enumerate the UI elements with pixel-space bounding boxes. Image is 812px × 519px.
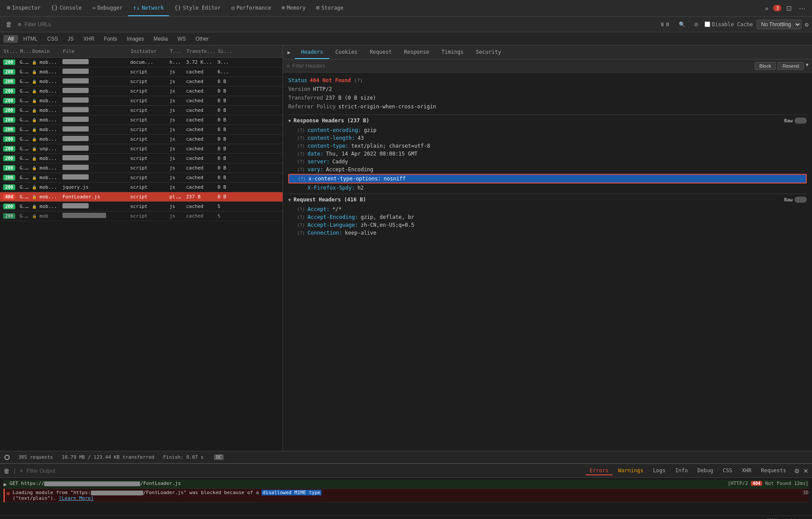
table-row[interactable]: 200 G... 🔒 mob... script js cached 0 B xyxy=(0,154,283,163)
type-js-button[interactable]: JS xyxy=(63,35,78,43)
type-media-button[interactable]: Media xyxy=(149,35,172,43)
type-all-button[interactable]: All xyxy=(3,35,18,43)
table-row[interactable]: 200 G... 🔒 mob... script js cached 0 B xyxy=(0,106,283,115)
tab-headers[interactable]: Headers xyxy=(295,45,329,59)
disable-cache-checkbox[interactable] xyxy=(705,21,710,27)
play-button[interactable]: ▶ xyxy=(283,45,295,59)
gear-icon[interactable]: ⚙ xyxy=(805,21,809,28)
disable-cache-label[interactable]: Disable Cache xyxy=(705,21,753,28)
search-button[interactable]: 🔍 xyxy=(676,21,688,28)
help-icon[interactable]: (?) xyxy=(298,176,306,181)
block-button[interactable]: Block xyxy=(755,62,776,70)
status-help-icon[interactable]: (?) xyxy=(354,78,363,83)
resend-dropdown-icon[interactable]: ▼ xyxy=(805,62,809,70)
table-row[interactable]: 200 G... 🔒 mob... script js cached 0 B xyxy=(0,173,283,183)
console-tab-css[interactable]: CSS xyxy=(719,467,737,475)
col-header-domain[interactable]: Domain xyxy=(31,48,61,54)
table-row[interactable]: 200 G... 🔒 unp... script js cached 0 B xyxy=(0,144,283,154)
help-icon[interactable]: (?) xyxy=(297,231,305,235)
url-filter-input[interactable] xyxy=(24,21,653,28)
help-icon[interactable]: (?) xyxy=(297,136,305,141)
type-css-button[interactable]: CSS xyxy=(43,35,62,43)
help-icon[interactable]: (?) xyxy=(297,167,305,172)
console-tab-warnings[interactable]: Warnings xyxy=(614,467,648,475)
table-row[interactable]: 200 G... 🔒 mob... docum... h... 3.72 K..… xyxy=(0,58,283,67)
type-xhr-button[interactable]: XHR xyxy=(79,35,99,43)
throttle-select[interactable]: No Throttling xyxy=(757,20,802,29)
learn-more-link[interactable]: [Learn More] xyxy=(59,495,93,501)
more-tabs-button[interactable]: » xyxy=(763,3,771,13)
raw-toggle-request[interactable]: Raw xyxy=(784,197,807,203)
tab-inspector[interactable]: ⊞ Inspector xyxy=(2,0,46,16)
responsive-button[interactable]: ⊡ xyxy=(784,3,794,13)
response-headers-section-title[interactable]: ▼ Response Headers (237 B) Raw xyxy=(288,114,807,126)
raw-toggle[interactable]: Raw xyxy=(784,118,807,124)
tab-network[interactable]: ↑↓ Network xyxy=(128,0,169,16)
console-tab-debug[interactable]: Debug xyxy=(693,467,718,475)
table-row[interactable]: 200 G... 🔒 mob... jquery.js script js ca… xyxy=(0,183,283,192)
help-icon[interactable]: (?) xyxy=(297,152,305,156)
tab-cookies[interactable]: Cookies xyxy=(329,45,364,59)
type-ws-button[interactable]: WS xyxy=(173,35,190,43)
console-clear-button[interactable]: 🗑 xyxy=(3,467,10,474)
col-header-initiator[interactable]: Initiator xyxy=(129,48,168,54)
menu-button[interactable]: ⋯ xyxy=(797,3,808,13)
help-icon[interactable]: (?) xyxy=(297,159,305,164)
tab-debugger[interactable]: ⇒ Debugger xyxy=(87,0,128,16)
tab-console[interactable]: {} Console xyxy=(46,0,87,16)
table-row[interactable]: 200 G... 🔒 mob... script js cached 0 B xyxy=(0,115,283,125)
console-tab-requests[interactable]: Requests xyxy=(757,467,791,475)
tab-response[interactable]: Response xyxy=(398,45,435,59)
col-header-file[interactable]: File xyxy=(61,48,129,54)
clear-button[interactable]: 🗑 xyxy=(3,20,14,29)
tab-request[interactable]: Request xyxy=(363,45,398,59)
tab-timings[interactable]: Timings xyxy=(435,45,470,59)
filter-headers-input[interactable] xyxy=(292,63,752,69)
pause-button[interactable]: ⏸⏸ xyxy=(657,21,673,28)
tab-performance[interactable]: ◎ Performance xyxy=(226,0,276,16)
tab-storage[interactable]: ⊞ Storage xyxy=(311,0,349,16)
console-tab-xhr[interactable]: XHR xyxy=(738,467,756,475)
tab-style-editor[interactable]: {} Style Editor xyxy=(169,0,226,16)
console-filter-input[interactable] xyxy=(26,468,581,474)
finish-time-item: Finish: 8.07 s xyxy=(163,454,204,460)
table-row[interactable]: 200 G... 🔒 mob... script js cached 0 B xyxy=(0,77,283,86)
type-other-button[interactable]: Other xyxy=(191,35,213,43)
console-row-error-text: Loading module from "https:/FontLoader.j… xyxy=(13,490,800,501)
col-header-type[interactable]: T... xyxy=(168,48,185,54)
console-settings-button[interactable]: ⚙ xyxy=(794,467,800,474)
table-row[interactable]: 200 G... 🔒 mob... script js cached 0 B xyxy=(0,96,283,106)
table-row[interactable]: 200 G... 🔒 mob script js cached 5 xyxy=(0,211,283,221)
help-icon[interactable]: (?) xyxy=(297,144,305,149)
raw-toggle-switch-request[interactable] xyxy=(795,197,807,203)
console-tab-logs[interactable]: Logs xyxy=(649,467,670,475)
type-html-button[interactable]: HTML xyxy=(19,35,42,43)
tab-memory[interactable]: ⊕ Memory xyxy=(276,0,311,16)
console-tab-errors[interactable]: Errors xyxy=(585,467,613,475)
console-close-button[interactable]: ✕ xyxy=(803,467,809,474)
table-row[interactable]: 200 G... 🔒 mob... script js cached 0 B xyxy=(0,86,283,96)
help-icon[interactable]: (?) xyxy=(297,223,305,228)
selected-table-row[interactable]: 404 G... 🔒 mob... FontLoader.js script p… xyxy=(0,192,283,202)
table-row[interactable]: 200 G... 🔒 mob... script js cached 6... xyxy=(0,67,283,77)
table-row[interactable]: 200 G... 🔒 mob... script js cached 5 xyxy=(0,202,283,211)
request-headers-section-title[interactable]: ▼ Request Headers (416 B) Raw xyxy=(288,194,807,205)
help-icon[interactable]: (?) xyxy=(297,207,305,212)
type-images-button[interactable]: Images xyxy=(122,35,148,43)
table-row[interactable]: 200 G... 🔒 mob... script js cached 0 B xyxy=(0,135,283,144)
table-row[interactable]: 200 G... 🔒 mob... script js cached 0 B xyxy=(0,125,283,135)
help-icon[interactable]: (?) xyxy=(297,128,305,133)
col-header-transferred[interactable]: Transfe... xyxy=(185,48,216,54)
console-tab-info[interactable]: Info xyxy=(671,467,692,475)
help-icon[interactable]: (?) xyxy=(297,215,305,220)
resend-button[interactable]: Resend xyxy=(777,62,804,70)
col-header-method[interactable]: M... xyxy=(18,48,31,54)
version-row: Version HTTP/2 xyxy=(288,85,807,93)
col-header-status[interactable]: St... xyxy=(2,48,18,54)
tab-security[interactable]: Security xyxy=(470,45,507,59)
type-fonts-button[interactable]: Fonts xyxy=(100,35,121,43)
raw-toggle-switch[interactable] xyxy=(795,118,807,124)
col-header-size[interactable]: Si... xyxy=(216,48,232,54)
table-row[interactable]: 200 G... 🔒 mob... script js cached 0 B xyxy=(0,163,283,173)
block-requests-button[interactable]: ⊘ xyxy=(691,21,701,28)
